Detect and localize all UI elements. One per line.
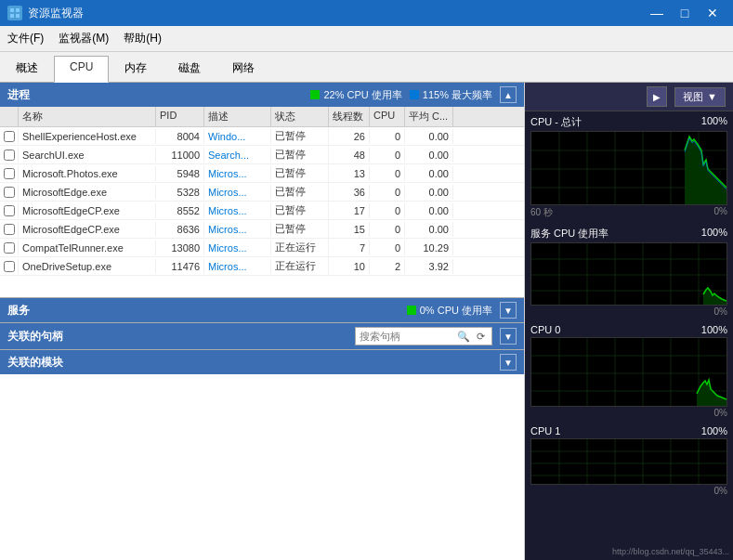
row-checkbox[interactable]: [0, 166, 19, 181]
right-panel: ▶ 视图 ▼ CPU - 总计 100%: [525, 83, 733, 560]
modules-section-header[interactable]: 关联的模块 ▼: [0, 350, 524, 374]
table-row[interactable]: Microsoft.Photos.exe 5948 Micros... 已暂停 …: [0, 164, 524, 183]
left-panel: 进程 22% CPU 使用率 115% 最大频率 ▲ 名称 PID 描述: [0, 83, 525, 560]
cpu1-graph-section: CPU 1 100% 0%: [525, 422, 733, 500]
row-name: SearchUI.exe: [19, 148, 156, 163]
cpu1-percent: 100%: [701, 425, 727, 436]
handles-section-header[interactable]: 关联的句柄 🔍 ⟳ ▼: [0, 323, 524, 349]
th-threads: 线程数: [329, 107, 370, 126]
refresh-icon[interactable]: ⟳: [473, 329, 488, 344]
tab-memory[interactable]: 内存: [109, 56, 163, 83]
row-threads: 17: [329, 203, 370, 218]
row-status: 已暂停: [271, 164, 329, 182]
cpu-total-graph-section: CPU - 总计 100%: [525, 111, 733, 223]
cpu-total-zero: 0%: [714, 206, 727, 219]
row-name: MicrosoftEdgeCP.exe: [19, 222, 156, 237]
table-row[interactable]: ShellExperienceHost.exe 8004 Windo... 已暂…: [0, 127, 524, 146]
cpu0-percent: 100%: [701, 324, 727, 335]
row-avgcpu: 0.00: [405, 185, 453, 200]
handles-section: 关联的句柄 🔍 ⟳ ▼: [0, 322, 524, 349]
row-pid: 8552: [156, 203, 204, 218]
table-row[interactable]: OneDriveSetup.exe 11476 Micros... 正在运行 1…: [0, 257, 524, 276]
row-status: 已暂停: [271, 202, 329, 219]
search-icons: 🔍 ⟳: [456, 329, 488, 344]
view-label: 视图: [683, 90, 703, 104]
row-desc: Search...: [204, 148, 271, 163]
row-cpu: 0: [370, 148, 405, 163]
menu-help[interactable]: 帮助(H): [116, 28, 169, 49]
app-icon: [7, 6, 22, 20]
row-checkbox[interactable]: [0, 129, 19, 144]
table-row[interactable]: MicrosoftEdgeCP.exe 8636 Micros... 已暂停 1…: [0, 220, 524, 239]
service-title: 服务: [7, 303, 30, 319]
process-section-header[interactable]: 进程 22% CPU 使用率 115% 最大频率 ▲: [0, 83, 524, 107]
row-threads: 36: [329, 185, 370, 200]
table-body: ShellExperienceHost.exe 8004 Windo... 已暂…: [0, 127, 524, 276]
tab-disk[interactable]: 磁盘: [163, 56, 216, 83]
service-cpu-bottom-label: 0%: [530, 306, 727, 317]
table-row[interactable]: MicrosoftEdge.exe 5328 Micros... 已暂停 36 …: [0, 183, 524, 202]
table-row[interactable]: CompatTelRunner.exe 13080 Micros... 正在运行…: [0, 239, 524, 257]
row-checkbox[interactable]: [0, 203, 19, 218]
row-status: 已暂停: [271, 127, 329, 145]
row-checkbox[interactable]: [0, 185, 19, 200]
tabs-bar: 概述 CPU 内存 磁盘 网络: [0, 52, 733, 83]
row-name: MicrosoftEdge.exe: [19, 185, 156, 200]
row-avgcpu: 10.29: [405, 241, 453, 255]
service-cpu-percent: 100%: [701, 227, 727, 241]
cpu1-graph: [530, 438, 727, 485]
row-threads: 13: [329, 166, 370, 181]
row-threads: 48: [329, 148, 370, 163]
row-checkbox[interactable]: [0, 148, 19, 163]
cpu1-graph-label: CPU 1 100%: [530, 425, 727, 436]
close-button[interactable]: ✕: [700, 0, 726, 26]
row-checkbox[interactable]: [0, 222, 19, 237]
process-collapse-button[interactable]: ▲: [500, 86, 517, 103]
table-row[interactable]: MicrosoftEdgeCP.exe 8552 Micros... 已暂停 1…: [0, 202, 524, 220]
tab-overview[interactable]: 概述: [0, 56, 54, 83]
cpu1-label: CPU 1: [530, 425, 560, 436]
modules-collapse-button[interactable]: ▼: [500, 354, 517, 371]
row-pid: 5948: [156, 166, 204, 181]
row-pid: 8636: [156, 222, 204, 237]
cpu0-label: CPU 0: [530, 324, 560, 335]
row-checkbox[interactable]: [0, 241, 19, 255]
row-cpu: 0: [370, 222, 405, 237]
menu-file[interactable]: 文件(F): [0, 28, 51, 49]
row-checkbox[interactable]: [0, 259, 19, 274]
cpu0-graph: [530, 337, 727, 407]
th-name: 名称: [19, 107, 156, 126]
service-section: 服务 0% CPU 使用率 ▼: [0, 297, 524, 322]
cpu0-graph-label: CPU 0 100%: [530, 324, 727, 335]
menu-monitor[interactable]: 监视器(M): [51, 28, 116, 49]
th-cpu: CPU: [370, 107, 405, 126]
table-row[interactable]: SearchUI.exe 11000 Search... 已暂停 48 0 0.…: [0, 146, 524, 164]
service-collapse-button[interactable]: ▼: [500, 302, 517, 319]
maximize-button[interactable]: □: [672, 0, 698, 26]
play-button[interactable]: ▶: [647, 86, 667, 107]
tab-cpu[interactable]: CPU: [54, 56, 109, 83]
row-threads: 26: [329, 129, 370, 144]
tab-network[interactable]: 网络: [216, 56, 270, 83]
search-input[interactable]: [360, 331, 452, 342]
row-desc: Micros...: [204, 241, 271, 255]
svg-marker-33: [697, 380, 726, 407]
minimize-button[interactable]: —: [644, 0, 670, 26]
handles-title: 关联的句柄: [7, 329, 63, 345]
view-button[interactable]: 视图 ▼: [674, 87, 726, 107]
service-section-header[interactable]: 服务 0% CPU 使用率 ▼: [0, 298, 524, 322]
search-box[interactable]: 🔍 ⟳: [355, 327, 492, 345]
th-checkbox: [0, 107, 19, 126]
cpu0-bottom-label: 0%: [530, 408, 727, 418]
row-cpu: 0: [370, 129, 405, 144]
watermark: http://blog.csdn.net/qq_35443...: [612, 547, 729, 556]
search-icon[interactable]: 🔍: [456, 329, 471, 344]
cpu1-bottom-label: 0%: [530, 486, 727, 496]
svg-marker-13: [685, 137, 726, 205]
row-desc: Micros...: [204, 166, 271, 181]
row-name: CompatTelRunner.exe: [19, 241, 156, 255]
row-avgcpu: 0.00: [405, 203, 453, 218]
row-name: Microsoft.Photos.exe: [19, 166, 156, 181]
row-cpu: 0: [370, 166, 405, 181]
handles-collapse-button[interactable]: ▼: [500, 328, 517, 345]
